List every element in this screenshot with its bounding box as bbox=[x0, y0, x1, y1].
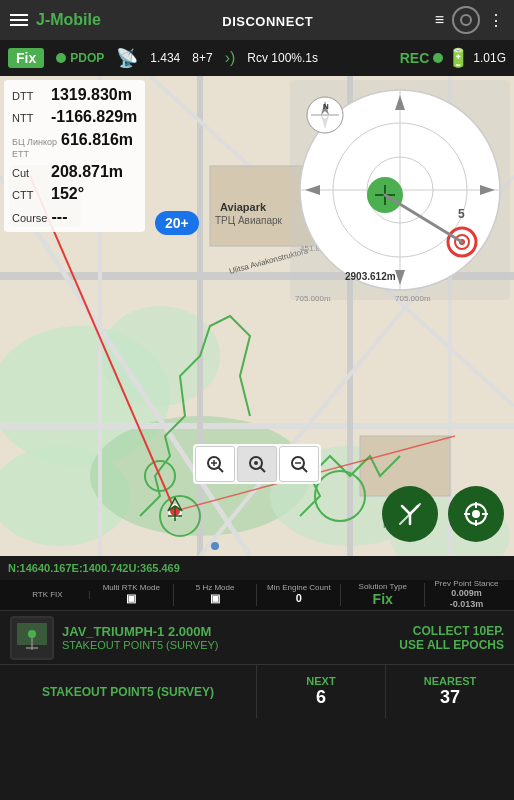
svg-line-67 bbox=[218, 467, 223, 472]
zoom-in-button[interactable] bbox=[195, 446, 235, 482]
freq-mode-label: 5 Hz Mode bbox=[196, 584, 235, 592]
pdop-section: PDOP bbox=[56, 51, 104, 65]
course-key: Course bbox=[12, 211, 47, 226]
rtk-fix-label: RTK FIX bbox=[32, 591, 63, 599]
cut-row: Cut 208.871m bbox=[12, 161, 137, 183]
prev-point-val1: 0.009m bbox=[451, 588, 482, 599]
multi-rtk-val: ▣ bbox=[126, 592, 136, 605]
ctt-val: 152° bbox=[51, 183, 84, 205]
solution-type-val: Fix bbox=[373, 591, 393, 608]
hamburger-menu[interactable] bbox=[10, 14, 28, 26]
min-engine-val: 0 bbox=[296, 592, 302, 605]
rec-section: REC 🔋 1.01G bbox=[400, 47, 506, 69]
stakeout-nav-label: STAKEOUT POINT5 (SURVEY) bbox=[42, 685, 214, 699]
ett-row: БЦ ЛинкорETT 616.816m bbox=[12, 129, 137, 161]
nearest-val: 37 bbox=[440, 687, 460, 708]
dtt-key: DTT bbox=[12, 89, 47, 104]
zoom-reset-button[interactable] bbox=[237, 446, 277, 482]
collect-label: COLLECT 10EP. USE ALL EPOCHS bbox=[399, 624, 504, 652]
svg-text:N: N bbox=[323, 102, 329, 111]
ntt-row: NTT -1166.829m bbox=[12, 106, 137, 128]
svg-point-40 bbox=[211, 542, 219, 550]
signal-dot bbox=[56, 53, 66, 63]
solution-type-cell: Solution Type Fix bbox=[341, 583, 425, 608]
course-val: --- bbox=[51, 206, 67, 228]
next-label: NEXT bbox=[306, 675, 335, 687]
status-bar: Fix PDOP 📡 1.434 8+7 ›) Rcv 100%.1s REC … bbox=[0, 40, 514, 76]
action-title: JAV_TRIUMPH-1 2.000M bbox=[62, 624, 218, 639]
app-title: J-Mobile bbox=[36, 11, 101, 29]
multi-rtk-label: Multi RTK Mode bbox=[103, 584, 160, 592]
stake-fab-button[interactable] bbox=[382, 486, 438, 542]
svg-text:5: 5 bbox=[458, 207, 465, 221]
rec-label: REC bbox=[400, 50, 430, 66]
course-row: Course --- bbox=[12, 206, 137, 228]
topbar-center: DISCONNECT bbox=[101, 12, 435, 29]
thumbnail bbox=[10, 616, 54, 660]
more-icon[interactable]: ⋮ bbox=[488, 11, 504, 30]
location-badge: 20+ bbox=[155, 211, 199, 235]
zoom-out-button[interactable] bbox=[279, 446, 319, 482]
svg-point-72 bbox=[254, 461, 258, 465]
svg-text:ТРЦ Авиапарк: ТРЦ Авиапарк bbox=[215, 215, 283, 226]
cut-key: Cut bbox=[12, 166, 47, 181]
radar-panel: N 5 2903.612m bbox=[290, 80, 510, 300]
fix-badge: Fix bbox=[8, 48, 44, 68]
svg-point-88 bbox=[28, 630, 36, 638]
svg-text:Aviapark: Aviapark bbox=[220, 201, 267, 213]
satellite-count: 8+7 bbox=[192, 51, 212, 65]
cut-val: 208.871m bbox=[51, 161, 123, 183]
storage-value: 1.01G bbox=[473, 51, 506, 65]
ett-val: 616.816m bbox=[61, 129, 133, 151]
action-right: COLLECT 10EP. USE ALL EPOCHS bbox=[399, 624, 504, 652]
coordinates: N:14640.167E:1400.742U:365.469 bbox=[8, 562, 180, 574]
list-icon[interactable]: ≡ bbox=[435, 11, 444, 29]
min-engine-cell: Min Engine Count 0 bbox=[257, 584, 341, 605]
freq-mode-cell: 5 Hz Mode ▣ bbox=[174, 584, 258, 605]
svg-line-77 bbox=[402, 506, 410, 514]
zoom-controls bbox=[193, 444, 321, 484]
action-text: JAV_TRIUMPH-1 2.000M STAKEOUT POINT5 (SU… bbox=[62, 624, 218, 651]
disconnect-button[interactable]: DISCONNECT bbox=[222, 14, 313, 29]
battery-icon: 🔋 bbox=[447, 47, 469, 69]
prev-point-label: Prev Point Stance bbox=[435, 580, 499, 588]
next-val: 6 bbox=[316, 687, 326, 708]
pdop-value: 1.434 bbox=[150, 51, 180, 65]
bottom-nav: STAKEOUT POINT5 (SURVEY) NEXT 6 NEAREST … bbox=[0, 664, 514, 718]
pdop-label: PDOP bbox=[70, 51, 104, 65]
map[interactable]: Aviapark ТРЦ Авиапарк CSKA Megasport Мег… bbox=[0, 76, 514, 556]
dtt-val: 1319.830m bbox=[51, 84, 132, 106]
svg-line-74 bbox=[302, 467, 307, 472]
prev-point-cell: Prev Point Stance 0.009m -0.013m bbox=[425, 580, 508, 610]
ntt-val: -1166.829m bbox=[51, 106, 137, 128]
action-left: JAV_TRIUMPH-1 2.000M STAKEOUT POINT5 (SU… bbox=[10, 616, 399, 660]
top-bar: J-Mobile DISCONNECT ≡ ⋮ bbox=[0, 0, 514, 40]
nearest-label: NEAREST bbox=[424, 675, 477, 687]
svg-point-81 bbox=[472, 510, 480, 518]
stakeout-nav-item[interactable]: STAKEOUT POINT5 (SURVEY) bbox=[0, 665, 257, 718]
coords-bar: N:14640.167E:1400.742U:365.469 bbox=[0, 556, 514, 580]
bottom-status-row: RTK FIX Multi RTK Mode ▣ 5 Hz Mode ▣ Min… bbox=[0, 580, 514, 610]
next-nav-item[interactable]: NEXT 6 bbox=[257, 665, 386, 718]
radar-svg: N 5 2903.612m bbox=[290, 80, 510, 300]
min-engine-label: Min Engine Count bbox=[267, 584, 331, 592]
ctt-row: CTT 152° bbox=[12, 183, 137, 205]
rtk-fix-cell: RTK FIX bbox=[6, 591, 90, 599]
svg-line-71 bbox=[260, 467, 265, 472]
action-row: JAV_TRIUMPH-1 2.000M STAKEOUT POINT5 (SU… bbox=[0, 610, 514, 664]
nearest-nav-item[interactable]: NEAREST 37 bbox=[386, 665, 514, 718]
signal-arrow: ›) bbox=[225, 49, 236, 67]
topbar-left: J-Mobile bbox=[10, 11, 101, 29]
dtt-row: DTT 1319.830m bbox=[12, 84, 137, 106]
topbar-right: ≡ ⋮ bbox=[435, 6, 504, 34]
freq-mode-val: ▣ bbox=[210, 592, 220, 605]
rcv-label: Rcv 100%.1s bbox=[247, 51, 318, 65]
ntt-key: NTT bbox=[12, 111, 47, 126]
antenna-icon: 📡 bbox=[116, 47, 138, 69]
gps-fab-button[interactable] bbox=[448, 486, 504, 542]
prev-point-val2: -0.013m bbox=[450, 599, 484, 610]
target-icon[interactable] bbox=[452, 6, 480, 34]
ctt-key: CTT bbox=[12, 188, 47, 203]
rec-dot bbox=[433, 53, 443, 63]
main-area: Aviapark ТРЦ Авиапарк CSKA Megasport Мег… bbox=[0, 76, 514, 556]
